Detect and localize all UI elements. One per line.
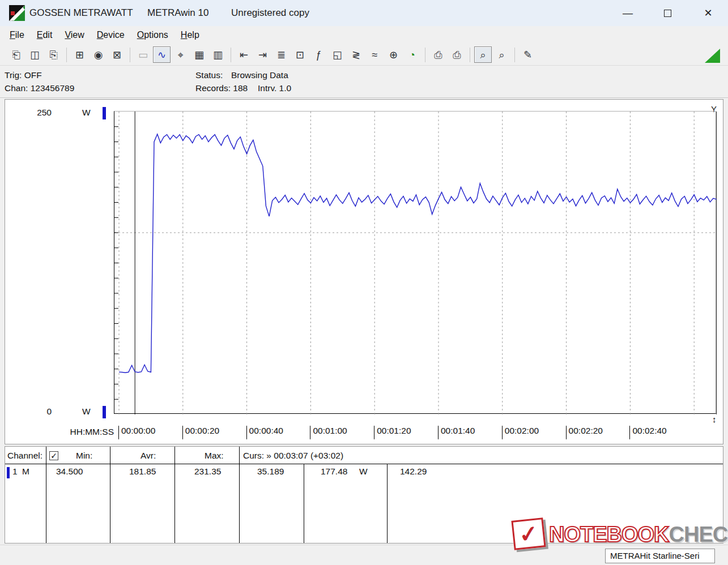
status-label: Status: [195, 70, 223, 80]
trigger-status: Trig: OFF [5, 70, 42, 80]
view-crosshair-button[interactable]: ⌖ [172, 46, 189, 63]
table-header-min: Min: [76, 451, 92, 461]
menu-view[interactable]: View [58, 28, 90, 42]
x-axis-tick-label: 00:02:40 [629, 426, 666, 439]
toolbar-separator [470, 48, 470, 62]
status-value: Browsing Data [231, 70, 288, 80]
bar-view-icon: ▥ [213, 50, 223, 60]
timer-button[interactable]: ◔ [403, 46, 421, 63]
envelope-button[interactable]: ≈ [366, 46, 384, 63]
channel-visibility-checkbox[interactable]: ✓ [49, 451, 58, 460]
close-button[interactable]: ✕ [690, 0, 726, 26]
x-axis-tick-label: 00:01:00 [310, 426, 347, 439]
record-icon: ◉ [94, 50, 103, 60]
toolbar-separator [425, 48, 425, 62]
app-logo-icon [9, 5, 25, 21]
menu-options[interactable]: Options [131, 28, 174, 42]
chart-panel: 250 W 0 W Y ↕ HH:MM:SS 00:00:0000:00:200… [5, 99, 723, 444]
row-delta-value: 142.29 [400, 466, 427, 477]
channel-setup-button[interactable]: ≣ [273, 46, 290, 63]
title-bar: GOSSEN METRAWATT METRAwin 10 Unregistere… [0, 0, 728, 26]
view-line-chart-button[interactable]: ∿ [153, 46, 171, 63]
line-chart-icon: ∿ [157, 50, 166, 60]
zoom-out-button[interactable]: ⌕ [493, 46, 510, 63]
x-axis-tick-label: 00:02:00 [502, 426, 539, 439]
x-axis-tick-label: 00:00:20 [182, 426, 219, 439]
save-file-button[interactable]: ◫ [26, 46, 44, 63]
channel-color-marker [7, 467, 10, 478]
y-axis-max-label: 250 [16, 108, 52, 118]
view-values-button: ▭ [134, 46, 152, 63]
save-file-icon: ◫ [30, 50, 40, 60]
envelope-icon: ≈ [372, 50, 378, 60]
monitor-button[interactable]: ⊡ [291, 46, 309, 63]
view-bars-button[interactable]: ▥ [209, 46, 227, 63]
open-file-icon: ⎗ [12, 50, 20, 60]
bottom-status-bar: METRAHit Starline-Seri [0, 545, 728, 565]
power-chart[interactable] [114, 112, 717, 414]
x-axis-row: HH:MM:SS 00:00:0000:00:2000:00:4000:01:0… [5, 426, 724, 442]
maximize-icon [664, 10, 671, 17]
read-device-icon: ⊞ [75, 50, 84, 60]
menu-edit[interactable]: Edit [31, 28, 59, 42]
export-file-button[interactable]: ⎘ [45, 46, 62, 63]
row-channel-number[interactable]: 1 [12, 466, 18, 477]
title-brand: GOSSEN METRAWATT [29, 7, 133, 19]
y-zoom-handle-bottom[interactable]: ↕ [712, 414, 717, 424]
toolbar-separator [231, 48, 231, 62]
toolbar-corner-triangle-icon [705, 49, 720, 63]
events-button[interactable]: ⊕ [385, 46, 402, 63]
table-header-divider [5, 464, 723, 464]
zoom-out-icon: ⌕ [499, 50, 504, 60]
menu-file[interactable]: File [3, 28, 31, 42]
zoom-mode-button[interactable]: ⌕ [474, 46, 492, 63]
view-values-icon: ▭ [138, 50, 148, 60]
interval-value: Intrv. 1.0 [258, 83, 291, 93]
upload-button[interactable]: ⇤ [235, 46, 253, 63]
table-header-avr: Avr: [141, 451, 156, 461]
crosshair-icon: ⌖ [177, 50, 183, 60]
power-series-line [119, 134, 717, 373]
table-column-line [110, 447, 110, 543]
row-cursor2-value: 177.48 [321, 466, 347, 477]
toolbar-separator [514, 48, 515, 62]
view-table-button[interactable]: ▦ [190, 46, 208, 63]
comment-button[interactable]: ✎ [519, 46, 537, 63]
channel-setup-icon: ≣ [277, 50, 286, 60]
connected-device-box: METRAHit Starline-Seri [605, 549, 715, 563]
row-channel-mode: M [22, 466, 29, 477]
table-column-line [304, 464, 304, 543]
channel-marker-top [103, 107, 106, 119]
row-min-value: 34.500 [56, 466, 83, 477]
menu-bar: File Edit View Device Options Help [0, 26, 728, 44]
download-icon: ⇥ [258, 50, 267, 60]
toolbar-separator [130, 48, 130, 62]
measurement-table: Channel: ✓ Min: Avr: Max: Curs: » 00:03:… [5, 446, 723, 543]
title-app-name: METRAwin 10 [147, 7, 208, 19]
display-button[interactable]: ◱ [329, 46, 346, 63]
print-preview-button[interactable]: ⎙ [429, 46, 447, 63]
menu-help[interactable]: Help [174, 28, 206, 42]
x-axis-tick-label: 00:01:20 [374, 426, 411, 439]
menu-device[interactable]: Device [91, 28, 131, 42]
read-device-button[interactable]: ⊞ [71, 46, 88, 63]
export-file-icon: ⎘ [49, 50, 57, 60]
stop-device-button[interactable]: ⊠ [108, 46, 126, 63]
comment-icon: ✎ [523, 50, 532, 60]
row-cursor1-value: 35.189 [257, 466, 284, 477]
maximize-button[interactable] [649, 0, 686, 26]
print-button[interactable]: ⎙ [448, 46, 466, 63]
x-axis-format-label: HH:MM:SS [62, 427, 114, 437]
upload-icon: ⇤ [240, 50, 248, 60]
record-button[interactable]: ◉ [90, 46, 107, 63]
toolbar: ⎗ ◫ ⎘ ⊞ ◉ ⊠ ▭ ∿ ⌖ ▦ ▥ ⇤ ⇥ ≣ ⊡ ƒ ◱ ≷ ≈ ⊕ … [0, 44, 728, 66]
open-file-button[interactable]: ⎗ [7, 46, 25, 63]
plot-area[interactable] [114, 111, 716, 414]
formula-button[interactable]: ƒ [310, 46, 327, 63]
timer-icon: ◔ [409, 50, 415, 60]
download-button[interactable]: ⇥ [254, 46, 271, 63]
min-max-button[interactable]: ≷ [347, 46, 365, 63]
x-axis-tick-label: 00:00:40 [246, 426, 283, 439]
minimize-button[interactable]: — [610, 0, 646, 26]
channel-status: Chan: 123456789 [5, 83, 74, 93]
